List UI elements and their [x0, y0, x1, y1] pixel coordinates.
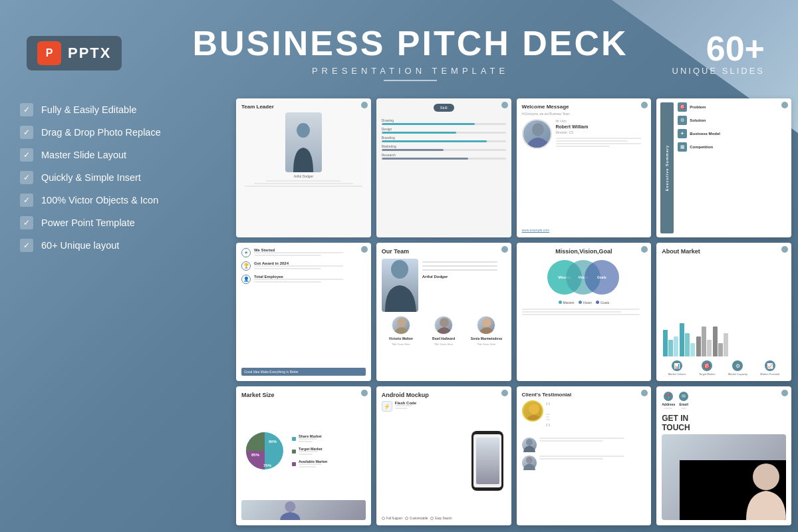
welcome-subtitle: Hi Everyone, we are Business Team: [522, 112, 646, 116]
test-text-line-2: [539, 440, 603, 442]
get-in-title: Get InTouch: [662, 414, 786, 432]
main-title: BUSINESS PITCH DECK: [148, 26, 672, 61]
test-sm-svg-1: [522, 438, 537, 452]
team-member-svg-3: [477, 317, 495, 334]
market-icon-2: 🎯 Target Market: [699, 360, 715, 376]
welcome-text-area: Hi I Am Robert William Director, CS: [556, 119, 646, 225]
mission-desc-lines: [522, 309, 646, 317]
phone-frame: [471, 431, 503, 491]
features-list: ✓ Fully & Easily Editable ✓ Drag & Drop …: [20, 103, 233, 261]
market-capacity-icon: ⚙: [732, 360, 743, 371]
timeline-heading-1: We Started: [254, 248, 366, 252]
slide-mission-vision-goal[interactable]: Mission,Vision,Goal Mission Vision Goals…: [517, 243, 652, 382]
address-label: Address: [662, 402, 675, 406]
exec-item-2: ⚙ Solution: [678, 116, 787, 125]
welcome-role: Director, CS: [556, 130, 646, 135]
welcome-person-name: Robert William: [556, 124, 646, 130]
feature-item-7: ✓ 60+ Unique layout: [20, 239, 233, 252]
legend-label-2: Target Market: [299, 447, 323, 451]
skill-bars: Drawing Design Branding Marketing Resear…: [382, 118, 506, 162]
ms-legend: Share Market Target Market: [292, 402, 366, 500]
chart-group-3: [696, 327, 712, 356]
address-icon: 📍: [664, 392, 673, 401]
slide-skill[interactable]: Skill Drawing Design Branding Marketing …: [376, 98, 511, 237]
slide-dot-exec: [781, 102, 788, 108]
team-member-img-2: [434, 316, 453, 334]
phone-screen: [473, 434, 501, 487]
android-badge-1: Full Support: [382, 517, 402, 520]
email-line: [681, 408, 686, 409]
feature-label-1: Fully & Easily Editable: [41, 104, 136, 115]
subtitle-underline: [384, 80, 437, 81]
skill-bar-bg-1: [382, 123, 506, 125]
team-member-img-3: [477, 316, 495, 334]
team-member-3: Sonia Marmeiodova Title Goes Here: [467, 316, 505, 346]
team-leader-title: Team Leader: [241, 104, 366, 110]
email-icon: ✉: [679, 392, 688, 401]
slide-dot-timeline: [361, 246, 368, 253]
slide-android-mockup[interactable]: Android Mockup ⚡ Flash Code Full Support: [376, 386, 511, 525]
slide-testimonial[interactable]: Client's Testimonial " ": [517, 386, 652, 525]
slide-timeline[interactable]: ★ We Started 🏆 Got Award in 2024 👤 Total…: [236, 243, 371, 382]
legend-line-1: [299, 438, 317, 440]
slides-grid: Team Leader Artful Dodger Skill Drawing …: [236, 98, 791, 525]
slide-dot-team: [501, 246, 508, 253]
exec-label-3: Business Model: [690, 132, 720, 136]
ms-pie-area: 90% 85% 70%: [241, 402, 288, 500]
timeline-line-1b: [254, 255, 321, 256]
slides-count-area: 60+ UNIQUE SLIDES: [672, 31, 771, 76]
chart-bar-4-2: [718, 343, 723, 356]
chart-group-4: [713, 327, 728, 356]
team-member-role-2: Title Goes Here: [434, 342, 453, 346]
title-area: BUSINESS PITCH DECK PRESENTATION TEMPLAT…: [148, 26, 672, 81]
timeline-icon-2: 🏆: [241, 261, 251, 271]
slide-about-market[interactable]: About Market: [656, 243, 791, 382]
skill-bar-fill-2: [382, 132, 456, 134]
skill-bar-fill-5: [382, 158, 469, 160]
skill-bar-bg-2: [382, 132, 506, 134]
feature-item-4: ✓ Quickly & Simple Insert: [20, 171, 233, 184]
welcome-line-1: [556, 138, 642, 139]
market-potential-icon: 📈: [765, 360, 775, 371]
legend-line-1b: [299, 441, 313, 442]
exec-sidebar: Executive Summary: [660, 102, 674, 233]
slide-team-leader[interactable]: Team Leader Artful Dodger: [236, 98, 371, 237]
team-member-role-3: Title Goes Here: [477, 342, 495, 346]
pie-segment-2: [246, 432, 265, 451]
mission-dot-3: [596, 301, 599, 304]
legend-text-1: Share Market: [299, 434, 322, 444]
slide-our-team[interactable]: Our Team Artful Dodger: [376, 243, 511, 382]
slide-market-size[interactable]: Market Size 90% 85% 70% Shar: [236, 386, 371, 525]
legend-label-1: Share Market: [299, 434, 322, 438]
pptx-label: PPTX: [68, 45, 111, 62]
badge-dot-1: [382, 517, 385, 520]
feature-item-3: ✓ Master Slide Layout: [20, 148, 233, 162]
test-line-3: [546, 419, 551, 420]
mission-label-dot-3: Goals: [596, 301, 609, 305]
exec-icon-2: ⚙: [678, 116, 687, 125]
testimonial-list: [522, 438, 646, 470]
team-member-svg-2: [435, 317, 453, 334]
slide-welcome[interactable]: Welcome Message Hi Everyone, we are Busi…: [517, 98, 652, 237]
legend-line-3b: [299, 466, 316, 467]
badge-dot-3: [430, 517, 434, 520]
timeline-line-3a: [254, 279, 343, 280]
testimonial-main-avatar: [522, 400, 543, 422]
timeline-heading-2: Got Award in 2024: [254, 261, 366, 265]
skill-bar-5: Research: [382, 153, 506, 160]
market-capacity-label: Market Capacity: [728, 372, 747, 376]
market-size-person-svg: [241, 500, 366, 520]
slide-contact[interactable]: 📍 Address ✉ Email Get InTouch: [656, 386, 791, 525]
testimonial-main: " ": [522, 400, 646, 435]
pie-label-85: 85%: [251, 453, 260, 457]
team-members: Victoria Walton Title Goes Here Basil Ha…: [382, 316, 506, 346]
badge-dot-2: [405, 517, 408, 520]
check-icon-2: ✓: [20, 126, 33, 139]
android-feature-1: ⚡ Flash Code: [382, 401, 466, 412]
testimonial-avatar-sm-1: [522, 438, 537, 452]
contact-header: 📍 Address ✉ Email: [662, 392, 786, 410]
slide-executive-summary[interactable]: Executive Summary 🎯 Problem ⚙ Solution ✦…: [656, 98, 791, 237]
check-icon-4: ✓: [20, 171, 33, 184]
legend-dot-3: [292, 462, 296, 466]
quote-open-icon: ": [546, 400, 551, 414]
